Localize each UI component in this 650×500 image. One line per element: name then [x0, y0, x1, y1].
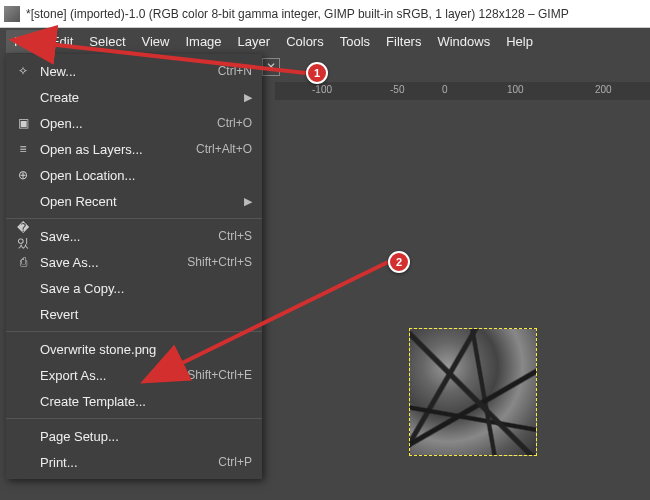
ruler-tick: 200 [595, 84, 612, 95]
menu-item-open-recent[interactable]: Open Recent▶ [6, 188, 262, 214]
menu-layer[interactable]: Layer [230, 30, 279, 53]
window-title: *[stone] (imported)-1.0 (RGB color 8-bit… [26, 7, 569, 21]
chevron-right-icon: ▶ [244, 195, 252, 208]
menu-item-overwrite-stone-png[interactable]: Overwrite stone.png [6, 336, 262, 362]
annotation-badge-2: 2 [388, 251, 410, 273]
annotation-badge-1: 1 [306, 62, 328, 84]
menu-item-accel: Ctrl+O [217, 116, 252, 130]
menu-item-label: Print... [40, 455, 218, 470]
menu-item-label: Open Location... [40, 168, 252, 183]
canvas-image[interactable] [409, 328, 537, 456]
ruler-tick: -50 [390, 84, 404, 95]
menu-item-accel: Ctrl+N [218, 64, 252, 78]
menu-item-print[interactable]: Print...Ctrl+P [6, 449, 262, 475]
menu-windows[interactable]: Windows [429, 30, 498, 53]
open-icon: ▣ [14, 116, 32, 130]
menu-item-label: New... [40, 64, 218, 79]
app-icon [4, 6, 20, 22]
menu-item-revert[interactable]: Revert [6, 301, 262, 327]
ruler-tick: 100 [507, 84, 524, 95]
menu-colors[interactable]: Colors [278, 30, 332, 53]
menu-item-label: Export As... [40, 368, 187, 383]
menu-item-accel: Ctrl+P [218, 455, 252, 469]
menu-view[interactable]: View [134, 30, 178, 53]
menu-item-open-as-layers[interactable]: ≡Open as Layers...Ctrl+Alt+O [6, 136, 262, 162]
open-as-layers-icon: ≡ [14, 142, 32, 156]
save-icon: �있 [14, 221, 32, 252]
new-icon: ✧ [14, 64, 32, 78]
menu-item-create-template[interactable]: Create Template... [6, 388, 262, 414]
menu-item-open[interactable]: ▣Open...Ctrl+O [6, 110, 262, 136]
menu-item-open-location[interactable]: ⊕Open Location... [6, 162, 262, 188]
menu-item-save-as[interactable]: ⎙Save As...Shift+Ctrl+S [6, 249, 262, 275]
window-titlebar: *[stone] (imported)-1.0 (RGB color 8-bit… [0, 0, 650, 28]
chevron-right-icon: ▶ [244, 91, 252, 104]
close-icon[interactable]: ✕ [262, 58, 280, 76]
menu-item-accel: Shift+Ctrl+S [187, 255, 252, 269]
menu-tools[interactable]: Tools [332, 30, 378, 53]
menu-item-export-as[interactable]: Export As...Shift+Ctrl+E [6, 362, 262, 388]
menu-item-save-a-copy[interactable]: Save a Copy... [6, 275, 262, 301]
menu-item-label: Revert [40, 307, 252, 322]
menu-separator [6, 218, 262, 219]
save-as-icon: ⎙ [14, 255, 32, 269]
menu-item-label: Save As... [40, 255, 187, 270]
menu-filters[interactable]: Filters [378, 30, 429, 53]
ruler-tick: -100 [312, 84, 332, 95]
horizontal-ruler: -100-500100200 [275, 82, 650, 100]
menu-item-label: Create Template... [40, 394, 252, 409]
menu-item-accel: Shift+Ctrl+E [187, 368, 252, 382]
menu-item-label: Create [40, 90, 238, 105]
menu-edit[interactable]: Edit [43, 30, 81, 53]
menu-select[interactable]: Select [81, 30, 133, 53]
menu-item-label: Save a Copy... [40, 281, 252, 296]
open-location-icon: ⊕ [14, 168, 32, 182]
menu-item-label: Save... [40, 229, 218, 244]
menu-item-create[interactable]: Create▶ [6, 84, 262, 110]
menu-file[interactable]: File [6, 30, 43, 53]
menu-item-label: Overwrite stone.png [40, 342, 252, 357]
menu-item-label: Open Recent [40, 194, 238, 209]
menu-item-label: Open... [40, 116, 217, 131]
file-menu-dropdown: ✧New...Ctrl+NCreate▶▣Open...Ctrl+O≡Open … [6, 54, 262, 479]
menu-separator [6, 418, 262, 419]
menu-image[interactable]: Image [177, 30, 229, 53]
menu-item-accel: Ctrl+S [218, 229, 252, 243]
ruler-tick: 0 [442, 84, 448, 95]
menubar: FileEditSelectViewImageLayerColorsToolsF… [0, 28, 650, 54]
menu-help[interactable]: Help [498, 30, 541, 53]
menu-item-accel: Ctrl+Alt+O [196, 142, 252, 156]
menu-item-page-setup[interactable]: Page Setup... [6, 423, 262, 449]
menu-item-label: Open as Layers... [40, 142, 196, 157]
menu-item-save[interactable]: �있Save...Ctrl+S [6, 223, 262, 249]
menu-separator [6, 331, 262, 332]
menu-item-label: Page Setup... [40, 429, 252, 444]
menu-item-new[interactable]: ✧New...Ctrl+N [6, 58, 262, 84]
